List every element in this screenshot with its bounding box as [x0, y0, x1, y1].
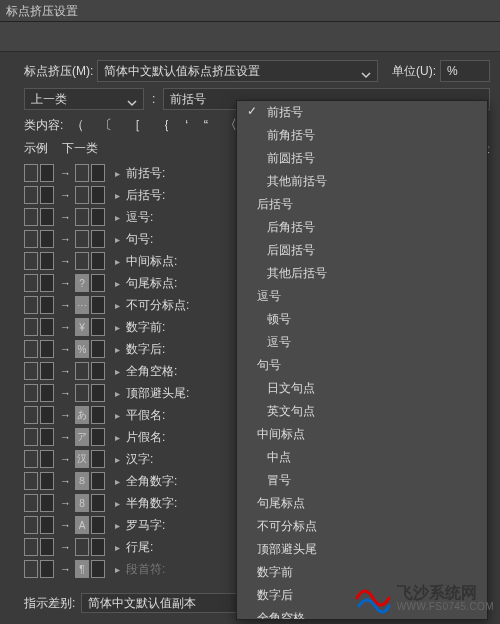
glyph-cell-after2 [91, 494, 105, 512]
dropdown-item[interactable]: 其他前括号 [237, 170, 487, 193]
glyph-cell-after [75, 384, 89, 402]
expand-icon[interactable]: ▸ [115, 256, 120, 267]
arrow-right-icon: → [60, 255, 71, 267]
expand-icon[interactable]: ▸ [115, 454, 120, 465]
glyph-cell-before [24, 516, 38, 534]
dropdown-group-label[interactable]: 逗号 [237, 285, 487, 308]
dropdown-item[interactable]: 其他后括号 [237, 262, 487, 285]
expand-icon[interactable]: ▸ [115, 344, 120, 355]
dropdown-item[interactable]: 前角括号 [237, 124, 487, 147]
example-header: 示例 [24, 140, 48, 157]
glyph-cell-before2 [40, 318, 54, 336]
glyph-cell-before [24, 450, 38, 468]
glyph-cell-before2 [40, 230, 54, 248]
glyph-row-label: 半角数字: [126, 495, 177, 512]
glyph-cell-after2 [91, 318, 105, 336]
glyph-cell-before2 [40, 450, 54, 468]
title-bar: 标点挤压设置 [0, 0, 500, 22]
arrow-right-icon: → [60, 409, 71, 421]
expand-icon[interactable]: ▸ [115, 212, 120, 223]
expand-icon[interactable]: ▸ [115, 498, 120, 509]
dropdown-group-label[interactable]: 句号 [237, 354, 487, 377]
dropdown-item[interactable]: 日文句点 [237, 377, 487, 400]
expand-icon[interactable]: ▸ [115, 388, 120, 399]
dropdown-item[interactable]: 后圆括号 [237, 239, 487, 262]
dropdown-item[interactable]: 后角括号 [237, 216, 487, 239]
preset-combo[interactable]: 简体中文默认值标点挤压设置 [97, 60, 378, 82]
glyph-row-label: 片假名: [126, 429, 165, 446]
dropdown-group-label[interactable]: 前括号 [237, 101, 487, 124]
glyph-cell-after: ¥ [75, 318, 89, 336]
glyph-row-label: 不可分标点: [126, 297, 189, 314]
preset-label: 标点挤压(M): [24, 63, 93, 80]
glyph-row-label: 中间标点: [126, 253, 177, 270]
glyph-row-label: 全角空格: [126, 363, 177, 380]
dropdown-item[interactable]: 冒号 [237, 469, 487, 492]
dropdown-item[interactable]: 顿号 [237, 308, 487, 331]
glyph-cell-before2 [40, 296, 54, 314]
expand-icon[interactable]: ▸ [115, 322, 120, 333]
arrow-right-icon: → [60, 299, 71, 311]
glyph-cell-before2 [40, 428, 54, 446]
glyph-cell-after2 [91, 208, 105, 226]
arrow-right-icon: → [60, 365, 71, 377]
dropdown-group-label[interactable]: 中间标点 [237, 423, 487, 446]
expand-icon[interactable]: ▸ [115, 300, 120, 311]
expand-icon[interactable]: ▸ [115, 564, 120, 575]
category-dropdown[interactable]: 前括号前角括号前圆括号其他前括号后括号后角括号后圆括号其他后括号逗号顿号逗号句号… [236, 100, 488, 620]
glyph-cell-after2 [91, 538, 105, 556]
glyph-cell-after2 [91, 186, 105, 204]
dropdown-item[interactable]: 前圆括号 [237, 147, 487, 170]
arrow-right-icon: → [60, 189, 71, 201]
glyph-cell-after2 [91, 230, 105, 248]
glyph-cell-after2 [91, 384, 105, 402]
expand-icon[interactable]: ▸ [115, 190, 120, 201]
glyph-cell-after2 [91, 340, 105, 358]
watermark: 飞沙系统网 WWW.FS0745.COM [355, 580, 494, 616]
glyph-cell-before2 [40, 384, 54, 402]
expand-icon[interactable]: ▸ [115, 476, 120, 487]
dropdown-group-label[interactable]: 不可分标点 [237, 515, 487, 538]
category-value: 前括号 [170, 92, 206, 106]
arrow-right-icon: → [60, 475, 71, 487]
glyph-row-label: 行尾: [126, 539, 153, 556]
glyph-cell-after [75, 252, 89, 270]
expand-icon[interactable]: ▸ [115, 542, 120, 553]
arrow-right-icon: → [60, 431, 71, 443]
expand-icon[interactable]: ▸ [115, 168, 120, 179]
diff-input[interactable]: 简体中文默认值副本 [81, 593, 241, 613]
glyph-cell-after [75, 362, 89, 380]
glyph-cell-after [75, 230, 89, 248]
expand-icon[interactable]: ▸ [115, 278, 120, 289]
glyph-cell-before [24, 406, 38, 424]
glyph-cell-before2 [40, 340, 54, 358]
dropdown-group-label[interactable]: 后括号 [237, 193, 487, 216]
glyph-cell-after2 [91, 406, 105, 424]
expand-icon[interactable]: ▸ [115, 520, 120, 531]
expand-icon[interactable]: ▸ [115, 410, 120, 421]
glyph-cell-after2 [91, 450, 105, 468]
arrow-right-icon: → [60, 563, 71, 575]
prev-class-combo[interactable]: 上一类 [24, 88, 144, 110]
dropdown-group-label[interactable]: 顶部避头尾 [237, 538, 487, 561]
expand-icon[interactable]: ▸ [115, 234, 120, 245]
dropdown-item[interactable]: 逗号 [237, 331, 487, 354]
arrow-right-icon: → [60, 387, 71, 399]
glyph-cell-before2 [40, 362, 54, 380]
glyph-cell-before [24, 340, 38, 358]
glyph-cell-after: 8 [75, 494, 89, 512]
next-class-header: 下一类 [62, 140, 98, 157]
arrow-right-icon: → [60, 497, 71, 509]
dropdown-group-label[interactable]: 句尾标点 [237, 492, 487, 515]
dropdown-item[interactable]: 中点 [237, 446, 487, 469]
window-title: 标点挤压设置 [6, 4, 78, 18]
glyph-cell-before2 [40, 472, 54, 490]
glyph-cell-before2 [40, 208, 54, 226]
glyph-row-label: 平假名: [126, 407, 165, 424]
arrow-right-icon: → [60, 277, 71, 289]
unit-combo[interactable]: % [440, 60, 490, 82]
glyph-cell-after2 [91, 252, 105, 270]
expand-icon[interactable]: ▸ [115, 366, 120, 377]
expand-icon[interactable]: ▸ [115, 432, 120, 443]
dropdown-item[interactable]: 英文句点 [237, 400, 487, 423]
